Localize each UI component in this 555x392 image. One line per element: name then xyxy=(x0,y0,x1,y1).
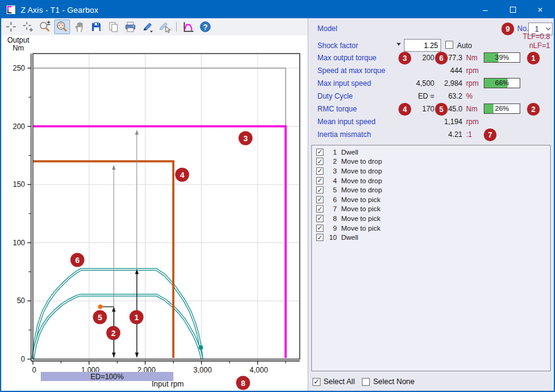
segment-checkbox[interactable] xyxy=(316,225,323,232)
segment-list[interactable]: 1Dwell2Move to drop3Move to drop4Move to… xyxy=(311,145,551,371)
model-no-label: No. xyxy=(517,24,529,33)
segment-label: Dwell xyxy=(341,234,358,241)
stat-unit: Nm xyxy=(466,105,478,113)
segment-label: Move to drop xyxy=(341,177,382,184)
shock-factor-label: Shock factor xyxy=(317,41,358,50)
segment-checkbox[interactable] xyxy=(316,177,323,184)
max-speed-point xyxy=(199,345,203,349)
stat-value-b: 63.2 xyxy=(439,92,462,100)
stat-value-a: 200 xyxy=(400,54,434,62)
y-tick-label: 150 xyxy=(13,180,25,189)
maximize-button[interactable] xyxy=(499,1,526,18)
segment-checkbox[interactable] xyxy=(316,196,323,203)
selection-controls: Select All Select None xyxy=(308,374,554,389)
arrow-head xyxy=(135,352,139,357)
auto-checkbox[interactable] xyxy=(445,41,453,51)
stat-value-b: 77.3 xyxy=(439,54,462,62)
badge-1-label: 1 xyxy=(134,313,138,322)
badge-9: 9 xyxy=(501,23,514,35)
stat-unit: % xyxy=(466,92,473,100)
stat-value-b: 45.0 xyxy=(439,105,462,113)
list-item[interactable]: 9Move to pick xyxy=(312,223,550,233)
tlf-value: TLF=0.8 xyxy=(523,32,550,41)
window-title: Z Axis - T1 - Gearbox xyxy=(21,5,99,15)
stat-unit: rpm xyxy=(466,117,479,126)
stat-value-a: 4,500 xyxy=(400,79,434,88)
stat-value-b: 444 xyxy=(439,66,462,75)
save-icon[interactable] xyxy=(88,19,104,34)
stat-value-b: 2,984 xyxy=(439,79,462,88)
y-axis-title: Nm xyxy=(13,44,24,52)
segment-checkbox[interactable] xyxy=(316,215,323,222)
list-item[interactable]: 4Move to drop xyxy=(312,176,550,186)
y-tick-label: 200 xyxy=(13,122,25,131)
crosshair-add-icon[interactable] xyxy=(20,19,36,34)
segment-checkbox[interactable] xyxy=(316,149,323,156)
stat-value-a: ED = xyxy=(400,92,434,100)
y-tick-label: 0 xyxy=(21,355,25,363)
crosshair-icon[interactable] xyxy=(3,19,19,34)
badge-6-label: 6 xyxy=(75,256,79,265)
peak-torque-curve-core xyxy=(33,270,202,359)
stat-label: Mean input speed xyxy=(317,117,375,126)
copy-icon[interactable] xyxy=(105,19,121,34)
app-window: Z Axis - T1 - Gearbox – × ±? 01,0002,000… xyxy=(0,0,555,392)
peak-torque-curve xyxy=(33,270,202,359)
x-axis-title: Input rpm xyxy=(152,380,184,388)
pan-hand-icon[interactable] xyxy=(71,19,87,34)
list-item[interactable]: 5Move to drop xyxy=(312,185,550,195)
shock-factor-input[interactable] xyxy=(404,39,441,52)
peak-torque-limit xyxy=(33,68,286,127)
stat-label: Max input speed xyxy=(317,79,371,88)
print-icon[interactable] xyxy=(122,19,138,34)
continuous-torque-curve-core xyxy=(33,295,202,359)
chevron-down-icon xyxy=(545,27,552,32)
segment-number: 4 xyxy=(327,177,337,184)
close-button[interactable]: × xyxy=(526,1,554,18)
edit-pointer-icon[interactable] xyxy=(157,19,172,34)
edit-pencil-icon[interactable] xyxy=(140,19,155,34)
help-icon[interactable]: ? xyxy=(197,19,213,34)
zoom-range-icon[interactable]: ± xyxy=(37,19,53,34)
stat-row: Speed at max torque444rpm xyxy=(308,65,554,77)
rmc-torque-limit xyxy=(33,161,174,358)
stat-row: Duty CycleED =63.2% xyxy=(308,90,554,103)
segment-number: 7 xyxy=(327,205,337,212)
segment-checkbox[interactable] xyxy=(316,186,323,194)
zoom-extents-icon[interactable] xyxy=(54,19,70,34)
badge-2-label: 2 xyxy=(111,329,115,338)
list-item[interactable]: 6Move to pick xyxy=(312,195,550,205)
utilization-bar: 26% xyxy=(484,103,520,114)
segment-number: 10 xyxy=(327,234,337,241)
segment-checkbox[interactable] xyxy=(316,167,323,175)
select-all-checkbox[interactable] xyxy=(313,378,320,386)
stat-unit: rpm xyxy=(466,66,479,75)
list-item[interactable]: 8Move to pick xyxy=(312,214,550,223)
segment-number: 6 xyxy=(327,196,337,203)
stat-label: Inertia mismatch xyxy=(317,130,371,139)
svg-text:?: ? xyxy=(203,23,208,32)
torque-curve-icon[interactable] xyxy=(180,19,196,34)
segment-label: Move to pick xyxy=(341,205,381,212)
list-item[interactable]: 3Move to drop xyxy=(312,166,550,176)
list-item[interactable]: 10Dwell xyxy=(312,233,550,242)
list-item[interactable]: 2Move to drop xyxy=(312,157,550,167)
segment-label: Move to drop xyxy=(341,186,382,194)
list-item[interactable]: 7Move to pick xyxy=(312,205,550,214)
arrow-head xyxy=(112,352,116,357)
stat-row: RMC torque4170545.0Nm26%2 xyxy=(308,103,554,116)
stat-label: Max output torque xyxy=(317,54,376,62)
segment-checkbox[interactable] xyxy=(316,234,323,241)
segment-number: 8 xyxy=(327,215,337,222)
shock-factor-dropdown-arrow[interactable] xyxy=(396,40,401,49)
select-none-checkbox[interactable] xyxy=(362,378,370,386)
segment-checkbox[interactable] xyxy=(316,205,323,212)
segment-label: Move to pick xyxy=(341,225,381,232)
toolbar: ±? xyxy=(1,18,308,35)
svg-text:±: ± xyxy=(47,20,51,26)
list-item[interactable]: 1Dwell xyxy=(312,147,550,157)
minimize-button[interactable]: – xyxy=(472,1,499,18)
stat-row: Inertia mismatch4.21:17 xyxy=(308,128,554,141)
select-none-label: Select None xyxy=(373,377,414,386)
segment-checkbox[interactable] xyxy=(316,158,323,165)
